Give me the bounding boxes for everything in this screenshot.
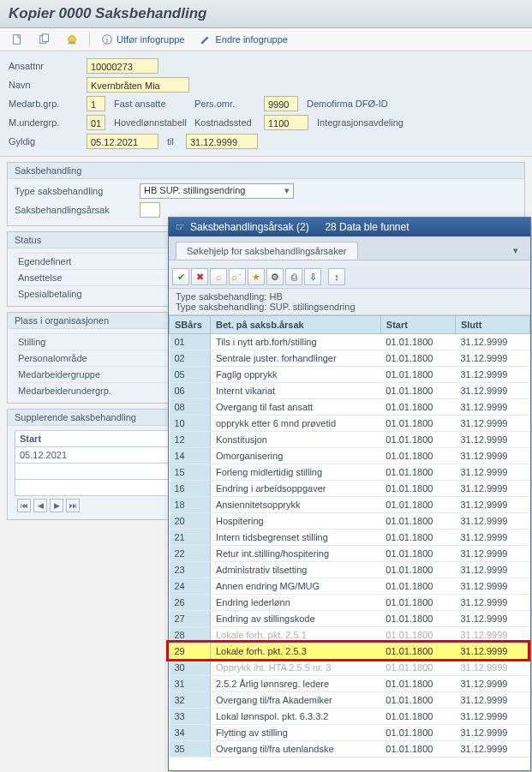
popup-title-text: Saksbehandlingsårsak (2) (190, 221, 309, 233)
mundergrp-field[interactable]: 01 (87, 115, 105, 130)
list-item[interactable]: 29Lokale forh. pkt. 2.5.301.01.180031.12… (170, 643, 530, 660)
list-item[interactable]: 33Lokal lønnspol. pkt. 6.3.3.201.01.1800… (170, 709, 530, 725)
prev-page-icon[interactable]: ◀ (33, 499, 47, 512)
list-item[interactable]: 34Flytting av stilling01.01.180031.12.99… (170, 725, 530, 741)
ansattnr-field[interactable]: 10000273 (87, 58, 158, 74)
list-item[interactable]: 312.5.2 Årlig lønnsreg. ledere01.01.1800… (170, 676, 530, 692)
list-item[interactable]: 28Lokale forh. pkt. 2.5.101.01.180031.12… (170, 627, 530, 643)
utfor-label: Utfør infogruppe (117, 34, 184, 45)
doc-copy-icon[interactable] (34, 32, 55, 47)
favorite-icon[interactable]: ★ (248, 268, 265, 285)
svg-rect-0 (14, 35, 21, 45)
kostnadssted-field[interactable]: 1100 (264, 115, 308, 130)
kostnadssted-label: Kostnadssted (194, 117, 259, 128)
popup-toolbar: ✔ ✖ ⌕ ⌕⁺ ★ ⚙ ⎙ ⇩ ↕ (169, 266, 530, 289)
first-page-icon[interactable]: ⏮ (17, 499, 31, 512)
endre-infogruppe-button[interactable]: Endre infogruppe (195, 32, 291, 47)
doc-new-icon[interactable] (7, 32, 27, 47)
endre-label: Endre infogruppe (215, 34, 287, 45)
page-title: Kopier 0000 Saksbehandling (9, 5, 523, 22)
mundergrp-label: M.undergrp. (9, 117, 81, 128)
page-header: Kopier 0000 Saksbehandling (0, 0, 532, 28)
popup-table: SBårs Bet. på saksb.årsak Start Slutt 01… (169, 315, 530, 757)
list-item[interactable]: 32Overgang til/fra Akademiker01.01.18003… (170, 692, 530, 709)
medarbgrp-label: Medarb.grp. (9, 99, 81, 109)
filter-icon[interactable]: ⌕ (210, 268, 227, 285)
list-item[interactable]: 18Ansiennitetsopprykk01.01.180031.12.999… (170, 497, 530, 513)
navn-field[interactable]: Kvernbråten Mia (87, 77, 189, 93)
gyldig-label: Gyldig (9, 136, 81, 147)
popup-info-line: Type saksbehandling: HB (176, 291, 523, 302)
list-item[interactable]: 23Administrativ tilsetting01.01.180031.1… (170, 562, 530, 578)
search-help-popup: ☞ Saksbehandlingsårsak (2) 28 Data ble f… (168, 217, 531, 771)
type-saksbehandling-select[interactable]: HB SUP. stillingsendring (140, 183, 294, 199)
ansattnr-label: Ansattnr (9, 61, 81, 71)
list-item[interactable]: 20Hospitering01.01.180031.12.9999 (170, 513, 530, 530)
overview-icon[interactable] (62, 32, 82, 47)
popup-table-wrap[interactable]: SBårs Bet. på saksb.årsak Start Slutt 01… (169, 315, 530, 770)
saksbehandlingsarsak-field[interactable] (140, 202, 160, 218)
list-item[interactable]: 06Internt vikariat01.01.180031.12.9999 (170, 383, 530, 399)
list-item[interactable]: 35Overgang til/fra utenlandske01.01.1800… (170, 741, 530, 757)
medarbgrp-desc: Fast ansatte (111, 99, 189, 109)
til-label: til (164, 136, 181, 147)
print-icon[interactable]: ⎙ (285, 268, 302, 285)
col-start[interactable]: Start (380, 316, 455, 334)
export-icon[interactable]: ⇩ (304, 268, 321, 285)
popup-info: Type saksbehandling: HB Type saksbehandl… (169, 289, 530, 315)
col-bet[interactable]: Bet. på saksb.årsak (211, 316, 381, 334)
type-saksbehandling-label: Type saksbehandling (15, 186, 134, 196)
mundergrp-desc: Hovedlønnstabell (111, 117, 189, 128)
list-item[interactable]: 02Sentrale juster. forhandlinger01.01.18… (170, 350, 530, 367)
last-page-icon[interactable]: ⏭ (66, 499, 80, 512)
form-area: Ansattnr 10000273 Navn Kvernbråten Mia M… (0, 51, 532, 157)
persomr-field[interactable]: 9990 (264, 96, 298, 111)
gyldig-til-field[interactable]: 31.12.9999 (186, 134, 258, 149)
list-item[interactable]: 16Endring i arbeidsoppgaver01.01.180031.… (170, 481, 530, 497)
chevron-down-icon[interactable]: ▾ (508, 242, 523, 260)
navn-label: Navn (9, 80, 81, 90)
list-item[interactable]: 15Forleng midlertidig stilling01.01.1800… (170, 464, 530, 481)
list-item[interactable]: 22Retur int.stilling/hospitering01.01.18… (170, 546, 530, 562)
svg-rect-2 (42, 34, 48, 42)
col-slutt[interactable]: Slutt (455, 316, 529, 334)
accept-icon[interactable]: ✔ (172, 268, 189, 285)
list-item[interactable]: 27Endring av stillingskode01.01.180031.1… (170, 611, 530, 627)
popup-title-count: 28 Data ble funnet (325, 221, 409, 233)
popup-titlebar: ☞ Saksbehandlingsårsak (2) 28 Data ble f… (169, 218, 530, 236)
popup-title-icon: ☞ (176, 221, 185, 233)
saksbehandling-title: Saksbehandling (8, 163, 524, 179)
list-item[interactable]: 21Intern tidsbegrenset stilling01.01.180… (170, 530, 530, 546)
list-item[interactable]: 26Endring lederlønn01.01.180031.12.9999 (170, 595, 530, 611)
popup-tab-searchhelp[interactable]: Søkehjelp for saksbehandlingsårsaker (176, 242, 358, 260)
list-item[interactable]: 30Opprykk iht. HTA 2.5.5 nr. 301.01.1800… (170, 660, 530, 676)
main-toolbar: i Utfør infogruppe Endre infogruppe (0, 28, 532, 51)
settings-icon[interactable]: ⚙ (266, 268, 284, 285)
list-item[interactable]: 12Konstitusjon01.01.180031.12.9999 (170, 432, 530, 448)
sort-icon[interactable]: ↕ (328, 268, 345, 285)
list-item[interactable]: 05Faglig opprykk01.01.180031.12.9999 (170, 367, 530, 383)
kostnadssted-desc: Integrasjonsavdeling (314, 117, 403, 128)
popup-tabs: Søkehjelp for saksbehandlingsårsaker ▾ (169, 236, 530, 260)
binoculars-icon[interactable]: ⌕⁺ (229, 268, 246, 285)
popup-info-line: Type saksbehandling: SUP. stillingsendri… (176, 302, 523, 312)
svg-text:i: i (106, 36, 108, 45)
medarbgrp-field[interactable]: 1 (87, 96, 105, 111)
list-item[interactable]: 08Overgang til fast ansatt01.01.180031.1… (170, 399, 530, 416)
close-icon[interactable]: ✖ (191, 268, 208, 285)
persomr-label: Pers.omr. (194, 99, 259, 109)
utfor-infogruppe-button[interactable]: i Utfør infogruppe (97, 32, 188, 47)
saksbehandlingsarsak-label: Saksbehandlingsårsak (15, 205, 134, 215)
list-item[interactable]: 24Annen endring MG/MUG01.01.180031.12.99… (170, 578, 530, 595)
list-item[interactable]: 14Omorganisering01.01.180031.12.9999 (170, 448, 530, 464)
list-item[interactable]: 10opprykk etter 6 mnd prøvetid01.01.1800… (170, 416, 530, 432)
gyldig-fra-field[interactable]: 05.12.2021 (87, 134, 158, 149)
list-item[interactable]: 01Tils i nytt arb.forh/stilling01.01.180… (170, 334, 530, 350)
col-sbars[interactable]: SBårs (170, 316, 211, 334)
persomr-desc: Demofirma DFØ-ID (303, 99, 388, 109)
next-page-icon[interactable]: ▶ (50, 499, 63, 512)
